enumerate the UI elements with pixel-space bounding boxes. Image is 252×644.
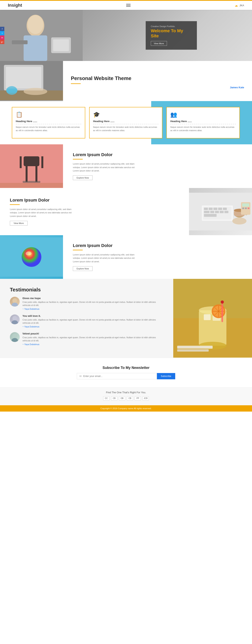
svg-point-50	[12, 303, 18, 306]
testimonials-right-image	[173, 279, 252, 358]
testimonial-item-2: You will love it. Cras justo odio, dapib…	[10, 314, 163, 328]
svg-rect-19	[41, 156, 43, 168]
googleplus-button[interactable]: g+	[0, 40, 4, 44]
lorem-underline-1	[73, 159, 83, 160]
svg-rect-12	[6, 88, 17, 93]
svg-point-51	[13, 316, 17, 321]
payment-icon-pp: PP	[135, 396, 141, 400]
subscribe-button[interactable]: Subscribe	[157, 373, 175, 379]
email-icon: ✉	[79, 374, 82, 378]
card-3-icon: 👥	[170, 111, 236, 118]
lorem-underline-2	[10, 204, 20, 205]
svg-rect-20	[23, 181, 40, 183]
lorem-img-3	[0, 235, 63, 279]
svg-rect-15	[24, 156, 39, 166]
lorem-btn-2[interactable]: View More	[10, 221, 28, 226]
twitter-button[interactable]: t	[0, 31, 4, 36]
lorem-img-1	[0, 144, 63, 188]
svg-rect-35	[204, 214, 216, 217]
testimonials-left: Testimonials Gives me hope Cras justo od…	[0, 279, 173, 358]
svg-rect-26	[209, 208, 213, 210]
svg-rect-70	[177, 346, 213, 349]
cards-section: 📋 Heading Here ...... Itaque earum rerum…	[0, 101, 252, 144]
lorem-section-1: Lorem Ipsum Dolor Lorem ipsum dolor sit …	[0, 144, 252, 188]
hamburger-menu[interactable]	[126, 4, 131, 7]
svg-point-48	[26, 252, 32, 256]
avatar-1	[10, 297, 20, 306]
svg-rect-4	[12, 40, 28, 44]
email-input[interactable]	[83, 373, 154, 379]
testimonial-text-3: Cras justo odio, dapibus ac facilisis in…	[23, 336, 163, 342]
newsletter-form: ✉ Subscribe	[77, 373, 175, 379]
svg-rect-6	[53, 39, 69, 51]
payment-icon-ob: OB	[119, 396, 125, 400]
svg-rect-27	[213, 208, 217, 210]
email-input-wrapper: ✉	[77, 373, 157, 379]
svg-rect-18	[20, 156, 22, 168]
testimonial-body-1: Gives me hope Cras justo odio, dapibus a…	[23, 297, 163, 310]
svg-rect-33	[220, 211, 224, 213]
avatar-3	[10, 332, 20, 342]
card-1: 📋 Heading Here ...... Itaque earum rerum…	[12, 107, 85, 138]
svg-point-47	[22, 247, 41, 267]
svg-rect-28	[218, 208, 222, 210]
hero-section: Creative Design Portfolio. Welcome To My…	[0, 10, 252, 61]
svg-rect-42	[242, 203, 249, 206]
payment-icon-jcb: JCB	[143, 396, 149, 400]
lorem-heading-3: Lorem Ipsum Dolor	[73, 243, 242, 248]
testimonial-author-1: ~ Yaya Dubstmus	[23, 308, 163, 310]
footer-tagline: Find The One That's Right For You.	[12, 391, 240, 394]
lorem-img-2	[189, 188, 252, 235]
svg-rect-25	[204, 208, 208, 210]
lorem-text-1: Lorem ipsum dolor sit amet,consetetur sa…	[73, 162, 136, 173]
svg-rect-34	[224, 211, 228, 213]
svg-point-49	[13, 298, 17, 303]
lorem-content-3: Lorem Ipsum Dolor Lorem ipsum dolor sit …	[63, 235, 252, 279]
lorem-content-2: Lorem Ipsum Dolor Lorem ipsum dolor sit …	[0, 188, 189, 235]
lorem-btn-1[interactable]: Explore Now	[73, 176, 93, 180]
testimonial-body-3: Velvet pouch! Cras justo odio, dapibus a…	[23, 332, 163, 346]
svg-point-13	[24, 88, 47, 95]
testimonial-item-3: Velvet pouch! Cras justo odio, dapibus a…	[10, 332, 163, 346]
svg-rect-16	[26, 166, 28, 182]
lorem-heading-1: Lorem Ipsum Dolor	[73, 152, 242, 157]
navbar-right: ☁ JKA	[235, 4, 244, 7]
drink-svg	[173, 279, 252, 358]
svg-rect-21	[0, 183, 63, 188]
personal-section: Personal Website Theme James Kate	[0, 61, 252, 101]
svg-rect-17	[36, 166, 37, 182]
personal-heading: Personal Website Theme	[71, 75, 244, 82]
lorem-img-1-svg	[0, 144, 63, 188]
user-label: JKA	[239, 4, 244, 7]
footer-bottom: Copyright © 2016 Company name All rights…	[0, 405, 252, 412]
logo[interactable]: Insight	[8, 3, 22, 8]
testimonial-author-2: ~ Yaya Dubstmus	[23, 326, 163, 328]
svg-rect-60	[204, 314, 211, 320]
cloud-icon: ☁	[235, 4, 238, 7]
svg-rect-43	[242, 208, 244, 209]
personal-underline	[71, 84, 81, 84]
svg-rect-2	[24, 36, 47, 61]
footer-top: Find The One That's Right For You. CC CB…	[0, 387, 252, 405]
personal-right-content: Personal Website Theme James Kate	[63, 61, 252, 101]
personal-author[interactable]: James Kate	[71, 86, 244, 89]
hero-title: Welcome To My Site	[151, 28, 192, 39]
personal-left-svg	[0, 61, 63, 100]
facebook-button[interactable]: f	[0, 27, 4, 31]
personal-left-image	[0, 61, 63, 101]
hero-view-more-button[interactable]: View More	[151, 41, 167, 46]
payment-icon-cc: CC	[103, 396, 109, 400]
hero-overlay-box: Creative Design Portfolio. Welcome To My…	[146, 21, 197, 50]
instagram-button[interactable]: in	[0, 36, 4, 40]
newsletter-section: Subscribe To My Newsletter ✉ Subscribe	[0, 358, 252, 387]
svg-rect-9	[6, 67, 41, 88]
card-3: 👥 Heading Here ...... Itaque earum rerum…	[166, 107, 240, 138]
testimonial-title-1: Gives me hope	[23, 297, 163, 300]
lorem-btn-3[interactable]: Explore Now	[73, 266, 93, 271]
card-3-text: Itaque earum rerum hic teneatur aute iec…	[170, 126, 236, 132]
svg-point-69	[221, 300, 224, 304]
drink-visual	[173, 279, 252, 358]
lorem-text-3: Lorem ipsum dolor sit amet,consetetur sa…	[73, 253, 136, 264]
card-1-icon: 📋	[16, 111, 81, 118]
avatar-2	[10, 314, 20, 324]
